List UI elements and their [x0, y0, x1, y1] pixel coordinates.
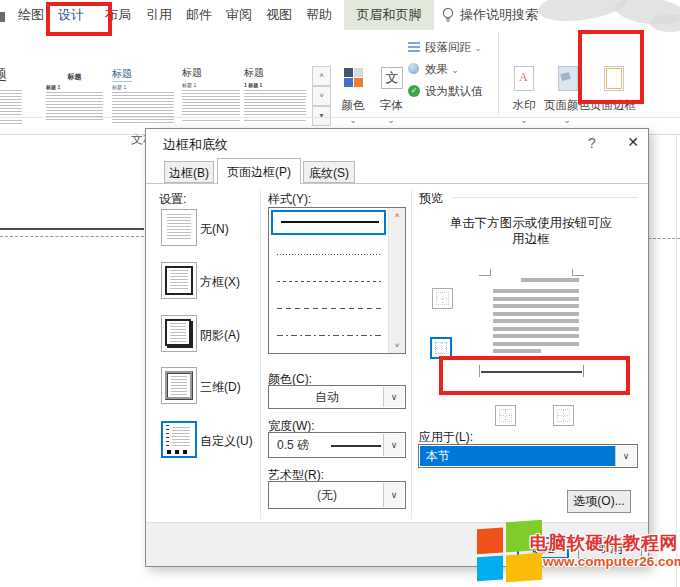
column-separator	[411, 189, 412, 519]
page-color-button[interactable]: 页面颜色 ⌄	[544, 66, 590, 128]
ribbon-bottom-border	[0, 117, 680, 118]
tab-mailings[interactable]: 邮件	[181, 0, 217, 30]
style-set-title: 标题	[244, 66, 306, 80]
setting-3d-icon[interactable]	[161, 367, 197, 404]
theme-fonts-button[interactable]: 文 字体 ⌄	[372, 66, 410, 128]
chevron-down-icon: ⌄	[451, 65, 459, 75]
style-set-sub: 1 标题 1	[244, 82, 306, 88]
gallery-scroll-up-button[interactable]: ˄	[312, 66, 331, 86]
setting-shadow-label[interactable]: 阴影(A)	[200, 327, 240, 344]
style-item-solid-selected[interactable]	[271, 210, 386, 235]
tab-references[interactable]: 引用	[141, 0, 177, 30]
dialog-close-button[interactable]: ✕	[620, 134, 646, 156]
group-separator	[498, 32, 499, 114]
style-item-dashed-large[interactable]	[277, 308, 381, 309]
check-icon: ✓	[408, 85, 420, 97]
tab-help[interactable]: 帮助	[301, 0, 337, 30]
style-set-title: 题	[0, 66, 22, 84]
tab-review[interactable]: 审阅	[221, 0, 257, 30]
setting-shadow-icon[interactable]	[161, 315, 197, 352]
dialog-tab-shading[interactable]: 底纹(S)	[303, 161, 355, 183]
dialog-tab-page-border[interactable]: 页面边框(P)	[217, 158, 301, 184]
gallery-more-icon: ▾	[319, 111, 323, 120]
chevron-down-icon[interactable]: ∨	[383, 387, 404, 407]
tab-design[interactable]: 设计	[53, 0, 89, 30]
setting-3d-label[interactable]: 三维(D)	[200, 379, 241, 396]
document-page-edge	[676, 135, 677, 587]
theme-colors-button[interactable]: 颜色 ⌄	[334, 66, 372, 128]
colors-icon	[344, 78, 353, 87]
top-border-toggle-button[interactable]	[432, 288, 453, 309]
style-set-sub: 标题 1	[112, 84, 174, 90]
chevron-down-icon[interactable]: ∨	[383, 483, 404, 507]
style-scrollbar[interactable]: ˄ ˅	[388, 208, 405, 353]
page-borders-button[interactable]: 页面边框	[590, 66, 636, 128]
scroll-down-icon[interactable]: ˅	[389, 338, 405, 353]
paragraph-spacing-label: 段落间距	[425, 41, 471, 53]
watermark-icon: A	[514, 66, 534, 91]
watermark-button[interactable]: A 水印 ⌄	[504, 66, 544, 128]
set-default-button[interactable]: ✓ 设为默认值	[408, 82, 483, 100]
ribbon-content: 题 标题 标题 1 标题 标题 1 标题 标题 1 标题 1 标题 1 ˄ ˅ …	[0, 30, 680, 118]
clipped-tab-fragment	[0, 12, 5, 22]
scroll-up-icon[interactable]: ˄	[389, 208, 405, 223]
style-item-dash-dot[interactable]	[277, 335, 381, 336]
preview-rule	[453, 197, 638, 198]
setting-box-label[interactable]: 方框(X)	[200, 274, 240, 291]
page-color-label: 页面颜色	[544, 98, 590, 113]
tab-layout[interactable]: 布局	[99, 0, 137, 30]
color-value: 自动	[269, 386, 385, 408]
style-item-dashed-small[interactable]	[277, 281, 381, 282]
lightbulb-icon	[441, 7, 455, 24]
art-dropdown[interactable]: (无) ∨	[268, 481, 406, 509]
preview-page-diagram[interactable]	[479, 265, 584, 387]
style-set-title: 标题	[112, 67, 132, 82]
right-border-toggle-button[interactable]	[553, 405, 574, 426]
borders-shading-dialog: 边框和底纹 ? ✕ 边框(B) 页面边框(P) 底纹(S) 设置: 无(N) 方…	[145, 128, 649, 567]
effects-icon	[408, 63, 419, 74]
effects-label: 效果	[425, 63, 448, 75]
page-borders-icon	[604, 66, 624, 91]
ribbon-tab-bar: 绘图 设计 布局 引用 邮件 审阅 视图 帮助 页眉和页脚 操作说明搜索	[0, 0, 680, 30]
preview-hint-line2: 用边框	[424, 231, 638, 248]
tab-view[interactable]: 视图	[261, 0, 297, 30]
effects-button[interactable]: 效果 ⌄	[408, 60, 459, 78]
setting-box-icon[interactable]	[161, 262, 197, 299]
column-separator	[260, 189, 261, 519]
preview-text-line	[493, 349, 541, 353]
dialog-tab-borders[interactable]: 边框(B)	[164, 161, 214, 183]
page-color-icon	[558, 66, 578, 91]
colors-icon	[354, 78, 363, 87]
style-set-lines	[112, 92, 174, 124]
style-listbox[interactable]: ˄ ˅	[268, 207, 406, 354]
watermark-label: 水印	[504, 98, 544, 113]
watermark-site-name: 电脑软硬件教程网	[530, 531, 678, 555]
dialog-title: 边框和底纹	[163, 136, 228, 154]
style-set-sub: 标题 1	[46, 84, 103, 90]
tell-me-search[interactable]: 操作说明搜索	[460, 0, 540, 30]
page-borders-label: 页面边框	[590, 98, 636, 113]
tab-draw[interactable]: 绘图	[13, 0, 49, 30]
color-dropdown[interactable]: 自动 ∨	[268, 385, 406, 409]
setting-custom-icon[interactable]	[161, 421, 197, 458]
chevron-down-icon[interactable]: ∨	[383, 434, 404, 456]
dialog-help-button[interactable]: ?	[582, 135, 602, 155]
style-item-dotted[interactable]	[277, 254, 381, 255]
width-dropdown[interactable]: 0.5 磅 ∨	[268, 432, 406, 458]
bottom-border-toggle-button[interactable]	[430, 337, 452, 359]
options-button[interactable]: 选项(O)...	[567, 490, 631, 513]
preview-text-block	[493, 289, 579, 346]
apply-to-dropdown[interactable]: 本节 ∨	[418, 444, 638, 468]
left-border-toggle-button[interactable]	[495, 405, 516, 426]
gallery-more-button[interactable]: ▾	[312, 106, 331, 126]
fonts-icon: 文	[381, 67, 403, 89]
gallery-scroll-down-button[interactable]: ˅	[312, 86, 331, 106]
paragraph-spacing-button[interactable]: 段落间距 ⌄	[408, 38, 482, 56]
document-page-border-line	[0, 228, 144, 230]
setting-none-label[interactable]: 无(N)	[200, 221, 229, 238]
chevron-down-icon[interactable]: ∨	[615, 446, 636, 466]
chevron-down-icon: ⌄	[474, 43, 482, 53]
setting-custom-label[interactable]: 自定义(U)	[200, 433, 253, 450]
setting-none-icon[interactable]	[161, 209, 197, 246]
tab-header-footer-contextual[interactable]: 页眉和页脚	[344, 0, 434, 30]
